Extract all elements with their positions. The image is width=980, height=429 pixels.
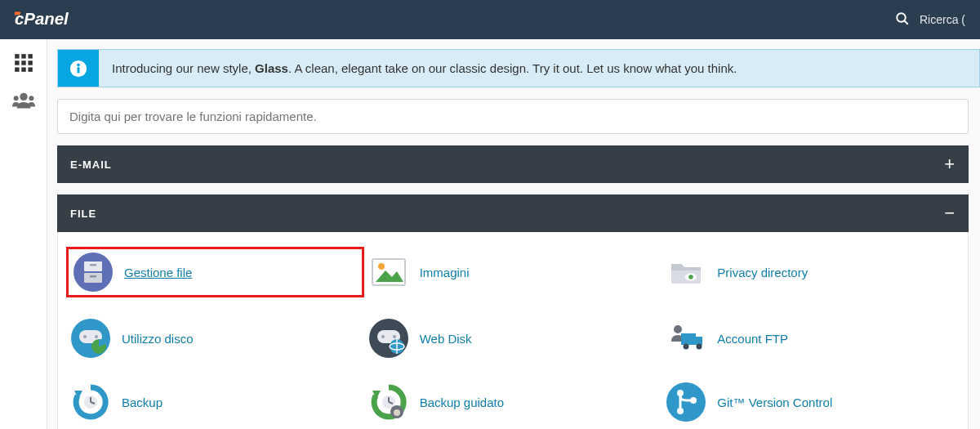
section-title: E-MAIL — [70, 159, 112, 171]
svg-point-44 — [697, 344, 702, 350]
intro-banner: Introducing our new style, Glass. A clea… — [57, 49, 980, 87]
expand-icon: + — [944, 155, 956, 173]
file-manager-item[interactable]: Gestione file — [66, 247, 364, 297]
collapse-icon: − — [944, 204, 956, 222]
banner-text: Introducing our new style, Glass. A clea… — [99, 50, 750, 87]
section-header-file[interactable]: FILE − — [57, 194, 969, 232]
svg-point-2 — [897, 13, 906, 22]
svg-point-36 — [381, 335, 385, 338]
svg-point-14 — [13, 96, 18, 101]
apps-grid-icon[interactable] — [11, 52, 36, 74]
svg-rect-18 — [78, 67, 80, 73]
web-disk-item[interactable]: Web Disk — [364, 315, 662, 361]
svg-rect-6 — [28, 54, 32, 58]
section-header-email[interactable]: E-MAIL + — [57, 145, 969, 183]
disk-pie-icon — [71, 319, 110, 358]
svg-rect-54 — [394, 409, 400, 416]
svg-point-28 — [689, 275, 694, 279]
item-label: Utilizzo disco — [122, 332, 194, 346]
svg-point-58 — [690, 397, 697, 404]
restore-wizard-icon — [369, 382, 408, 422]
svg-rect-10 — [15, 67, 19, 71]
svg-point-41 — [674, 325, 682, 333]
search-label[interactable]: Ricerca ( — [920, 13, 965, 26]
backup-item[interactable]: Backup — [66, 379, 364, 425]
svg-line-3 — [904, 20, 908, 25]
search-icon[interactable] — [895, 11, 910, 29]
svg-rect-12 — [28, 67, 32, 71]
sidebar — [0, 39, 47, 429]
svg-rect-8 — [21, 60, 25, 65]
git-version-control-item[interactable]: Git™ Version Control — [662, 379, 960, 425]
backup-wizard-item[interactable]: Backup guidato — [364, 379, 662, 425]
web-disk-icon — [369, 319, 408, 358]
section-title: FILE — [70, 208, 96, 220]
git-branch-icon — [666, 382, 706, 422]
svg-point-25 — [378, 263, 385, 270]
item-label: Web Disk — [420, 332, 472, 346]
svg-point-17 — [77, 63, 80, 66]
svg-rect-42 — [681, 333, 696, 345]
svg-point-37 — [393, 335, 396, 338]
svg-point-19 — [74, 252, 113, 292]
restore-icon — [71, 382, 110, 422]
info-icon — [58, 50, 99, 87]
svg-point-15 — [29, 96, 33, 101]
svg-rect-21 — [84, 273, 102, 283]
item-label: Gestione file — [124, 266, 192, 279]
logo[interactable]: cPanel — [15, 9, 105, 30]
svg-point-43 — [684, 344, 689, 350]
svg-rect-20 — [84, 261, 102, 271]
svg-point-57 — [677, 408, 684, 414]
svg-point-13 — [20, 93, 27, 101]
item-label: Backup guidato — [420, 395, 504, 409]
item-label: Backup — [122, 395, 163, 409]
file-cabinet-icon — [74, 252, 113, 292]
svg-rect-22 — [90, 264, 96, 266]
svg-rect-11 — [21, 67, 25, 71]
main-content: Introducing our new style, Glass. A clea… — [47, 39, 980, 429]
svg-point-31 — [83, 335, 87, 338]
item-label: Git™ Version Control — [717, 395, 832, 409]
svg-point-55 — [666, 382, 706, 422]
item-label: Account FTP — [717, 332, 788, 346]
privacy-directory-item[interactable]: Privacy directory — [662, 247, 960, 297]
disk-usage-item[interactable]: Utilizzo disco — [66, 315, 364, 361]
svg-rect-9 — [28, 60, 32, 65]
section-body-file: Gestione file Immagini — [57, 232, 969, 429]
svg-point-32 — [95, 335, 98, 338]
folder-eye-icon — [666, 252, 706, 292]
svg-point-56 — [677, 390, 684, 396]
svg-rect-4 — [15, 54, 19, 58]
ftp-accounts-item[interactable]: Account FTP — [662, 315, 960, 361]
svg-text:cPanel: cPanel — [15, 10, 69, 28]
svg-rect-23 — [90, 275, 96, 278]
item-label: Immagini — [420, 266, 470, 279]
images-item[interactable]: Immagini — [364, 247, 662, 297]
users-icon[interactable] — [11, 90, 36, 111]
topbar: cPanel Ricerca ( — [0, 0, 980, 39]
item-label: Privacy directory — [717, 266, 808, 279]
svg-rect-7 — [15, 60, 19, 65]
image-icon — [369, 252, 408, 292]
truck-user-icon — [666, 319, 706, 358]
svg-rect-5 — [21, 54, 25, 58]
quick-search-input[interactable] — [57, 99, 969, 134]
